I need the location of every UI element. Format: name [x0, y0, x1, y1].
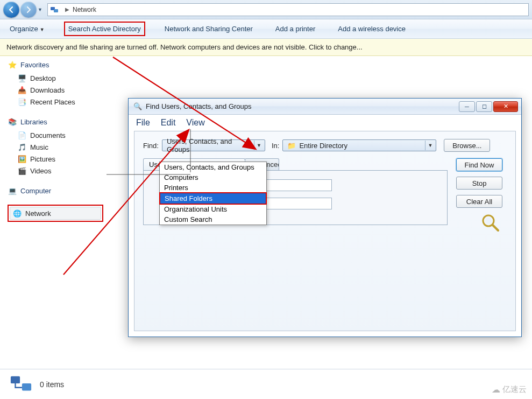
stop-button[interactable]: Stop — [456, 177, 502, 190]
svg-rect-1 — [54, 9, 58, 12]
status-item-count: 0 items — [40, 380, 64, 389]
network-discovery-banner[interactable]: Network discovery and file sharing are t… — [0, 39, 532, 56]
directory-icon: 📁 — [287, 142, 296, 150]
close-button[interactable]: ✕ — [493, 101, 518, 112]
sidebar-favorites-group: ⭐ Favorites 🖥️Desktop 📥Downloads 📑Recent… — [8, 60, 103, 108]
dropdown-option[interactable]: Computers — [160, 172, 266, 183]
toolbar-add-wireless-device[interactable]: Add a wireless device — [335, 23, 409, 35]
dialog-action-column: Find Now Stop Clear All — [456, 158, 507, 208]
dialog-titlebar[interactable]: 🔍 Find Users, Contacts, and Groups ─ ◻ ✕ — [129, 99, 521, 115]
find-type-dropdown-list[interactable]: Users, Contacts, and Groups Computers Pr… — [159, 162, 267, 225]
sidebar-item-videos[interactable]: 🎬Videos — [8, 165, 103, 177]
find-now-button[interactable]: Find Now — [456, 158, 502, 171]
address-bar[interactable]: ▶ Network — [47, 3, 529, 16]
dropdown-option[interactable]: Custom Search — [160, 214, 266, 225]
maximize-button[interactable]: ◻ — [476, 101, 492, 112]
find-icon: 🔍 — [133, 102, 143, 111]
sidebar-item-documents[interactable]: 📄Documents — [8, 129, 103, 141]
menu-file[interactable]: File — [136, 118, 150, 128]
breadcrumb-root[interactable]: Network — [73, 6, 96, 13]
pictures-icon: 🖼️ — [17, 155, 27, 163]
chevron-down-icon: ▼ — [254, 141, 264, 150]
dialog-body: Find: Users, Contacts, and Groups ▼ In: … — [134, 131, 516, 331]
svg-rect-2 — [11, 376, 20, 383]
dropdown-option[interactable]: Users, Contacts, and Groups — [160, 162, 266, 172]
libraries-icon: 📚 — [8, 117, 17, 126]
status-bar: 0 items — [0, 369, 532, 399]
toolbar-organize[interactable]: Organize▼ — [6, 23, 48, 35]
clear-all-button[interactable]: Clear All — [456, 195, 502, 208]
dialog-title: Find Users, Contacts, and Groups — [146, 102, 458, 110]
dropdown-option[interactable]: Printers — [160, 183, 266, 193]
menu-edit[interactable]: Edit — [161, 118, 176, 128]
sidebar-favorites-header[interactable]: ⭐ Favorites — [8, 60, 103, 69]
sidebar-item-pictures[interactable]: 🖼️Pictures — [8, 153, 103, 165]
nav-back-button[interactable] — [3, 2, 19, 18]
sidebar-libraries-header[interactable]: 📚 Libraries — [8, 117, 103, 126]
videos-icon: 🎬 — [17, 166, 27, 175]
minimize-button[interactable]: ─ — [459, 101, 475, 112]
sidebar-item-recent-places[interactable]: 📑Recent Places — [8, 96, 103, 108]
command-toolbar: Organize▼ Search Active Directory Networ… — [0, 19, 532, 39]
magnifier-graphic-icon — [480, 212, 501, 237]
arrow-right-icon — [25, 6, 32, 13]
in-scope-dropdown[interactable]: 📁 Entire Directory ▼ — [282, 139, 436, 151]
nav-forward-button[interactable] — [20, 2, 37, 18]
desktop-icon: 🖥️ — [17, 74, 27, 82]
svg-point-5 — [485, 218, 492, 224]
sidebar-item-network[interactable]: 🌐 Network — [10, 207, 101, 220]
window-buttons: ─ ◻ ✕ — [458, 101, 518, 112]
network-large-icon — [10, 373, 32, 396]
sidebar-computer-group: 💻 Computer — [8, 186, 103, 195]
computer-icon: 💻 — [8, 186, 17, 195]
downloads-icon: 📥 — [17, 86, 27, 94]
network-icon: 🌐 — [12, 209, 22, 218]
breadcrumb-caret-icon: ▶ — [65, 6, 69, 12]
menu-view[interactable]: View — [186, 118, 204, 128]
dropdown-option[interactable]: Organizational Units — [160, 204, 266, 214]
star-icon: ⭐ — [8, 60, 17, 69]
dropdown-option-selected[interactable]: Shared Folders — [160, 193, 266, 204]
sidebar-item-music[interactable]: 🎵Music — [8, 141, 103, 153]
browse-button[interactable]: Browse... — [444, 139, 490, 152]
watermark: ☁ 亿速云 — [492, 384, 527, 395]
chevron-down-icon: ▼ — [40, 27, 45, 32]
arrow-left-icon — [8, 6, 15, 13]
find-type-dropdown[interactable]: Users, Contacts, and Groups ▼ — [162, 139, 265, 151]
dialog-menubar: File Edit View — [129, 115, 521, 131]
annotation-highlight-shared-folders: Shared Folders — [159, 192, 267, 205]
annotation-highlight-network: 🌐 Network — [8, 205, 103, 222]
svg-line-6 — [493, 225, 498, 230]
toolbar-search-active-directory[interactable]: Search Active Directory — [64, 22, 145, 36]
navigation-sidebar: ⭐ Favorites 🖥️Desktop 📥Downloads 📑Recent… — [0, 56, 103, 358]
chevron-down-icon: ▼ — [425, 141, 435, 150]
cloud-icon: ☁ — [492, 384, 500, 395]
sidebar-item-computer[interactable]: 💻 Computer — [8, 186, 103, 195]
network-location-icon — [50, 5, 59, 14]
documents-icon: 📄 — [17, 131, 27, 139]
nav-history-dropdown[interactable]: ▼ — [38, 7, 44, 12]
in-label: In: — [272, 142, 279, 150]
address-bar-row: ▼ ▶ Network — [0, 0, 532, 19]
svg-rect-3 — [22, 383, 31, 390]
sidebar-item-downloads[interactable]: 📥Downloads — [8, 84, 103, 96]
toolbar-network-sharing-center[interactable]: Network and Sharing Center — [161, 23, 256, 35]
toolbar-add-printer[interactable]: Add a printer — [272, 23, 318, 35]
find-label: Find: — [143, 142, 159, 150]
recent-places-icon: 📑 — [17, 97, 27, 106]
sidebar-item-desktop[interactable]: 🖥️Desktop — [8, 72, 103, 84]
music-icon: 🎵 — [17, 143, 27, 151]
sidebar-libraries-group: 📚 Libraries 📄Documents 🎵Music 🖼️Pictures… — [8, 117, 103, 177]
